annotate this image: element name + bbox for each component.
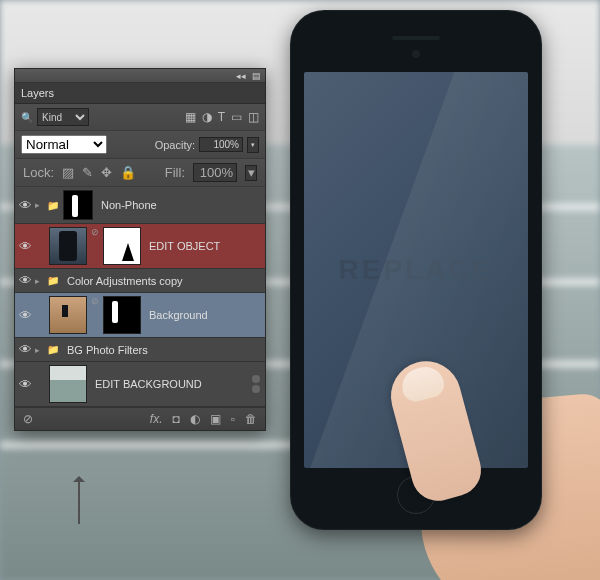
layer-non-phone[interactable]: 👁 ▸ 📁 Non-Phone [15,187,265,224]
new-layer-icon[interactable]: ▫ [231,412,235,426]
layer-edit-background[interactable]: 👁 ▸ EDIT BACKGROUND [15,362,265,407]
layer-edit-object[interactable]: 👁 ▸ ⊘ EDIT OBJECT [15,224,265,269]
layer-color-adjustments[interactable]: 👁 ▸ 📁 Color Adjustments copy [15,269,265,293]
annotation-arrow [78,480,80,524]
layer-name[interactable]: BG Photo Filters [61,344,265,356]
fill-value[interactable]: 100% [193,163,237,182]
layer-mask-thumb[interactable] [103,296,141,334]
opacity-dropdown-icon[interactable]: ▾ [247,137,259,153]
layer-name[interactable]: Color Adjustments copy [61,275,265,287]
visibility-toggle[interactable]: 👁 [15,239,35,254]
disclosure-icon[interactable]: ▸ [35,276,47,286]
opacity-value[interactable]: 100% [199,137,243,152]
lock-label: Lock: [23,165,54,180]
add-mask-icon[interactable]: ◘ [172,412,179,426]
blend-row: Normal Opacity: 100% ▾ [15,131,265,159]
filter-pixel-icon[interactable]: ▦ [185,110,196,124]
phone-screen: Replace [304,72,528,468]
lock-all-icon[interactable]: 🔒 [120,165,136,180]
layer-mask-thumb[interactable] [63,190,93,220]
opacity-label: Opacity: [155,139,195,151]
home-button [397,476,435,514]
panel-header: ◂◂ ▤ [15,69,265,83]
visibility-toggle[interactable]: 👁 [15,308,35,323]
visibility-toggle[interactable]: 👁 [15,377,35,392]
lock-brush-icon[interactable]: ✎ [82,165,93,180]
phone-mockup: Replace [280,10,560,560]
layer-thumb[interactable] [49,296,87,334]
layers-list: 👁 ▸ 📁 Non-Phone 👁 ▸ ⊘ EDIT OBJECT 👁 ▸ 📁 … [15,187,265,407]
lock-transparency-icon[interactable]: ▨ [62,165,74,180]
layer-thumb[interactable] [49,227,87,265]
filter-row: 🔍 Kind ▦ ◑ T ▭ ◫ [15,104,265,131]
delete-layer-icon[interactable]: 🗑 [245,412,257,426]
layer-name[interactable]: Non-Phone [95,199,265,211]
disclosure-icon[interactable]: ▸ [35,345,47,355]
blend-mode-select[interactable]: Normal [21,135,107,154]
folder-icon: 📁 [47,200,61,211]
tab-layers[interactable]: Layers [21,87,54,99]
phone-body: Replace [290,10,542,530]
filter-shape-icon[interactable]: ▭ [231,110,242,124]
fx-icon[interactable]: fx. [150,412,163,426]
collapse-icon[interactable]: ◂◂ [236,71,246,81]
lock-position-icon[interactable]: ✥ [101,165,112,180]
panel-footer: ⊘ fx. ◘ ◐ ▣ ▫ 🗑 [15,407,265,430]
layer-name[interactable]: Background [143,309,265,321]
filter-type-icons: ▦ ◑ T ▭ ◫ [185,110,259,124]
folder-icon: 📁 [47,275,61,286]
link-layers-icon[interactable]: ⊘ [23,412,33,426]
visibility-toggle[interactable]: 👁 [15,342,35,357]
visibility-toggle[interactable]: 👁 [15,198,35,213]
adjustment-layer-icon[interactable]: ◐ [190,412,200,426]
smart-filter-toggle[interactable] [252,375,262,393]
layer-name[interactable]: EDIT OBJECT [143,240,265,252]
layer-background-group[interactable]: 👁 ▸ ⊘ Background [15,293,265,338]
folder-icon: 📁 [47,344,61,355]
new-group-icon[interactable]: ▣ [210,412,221,426]
filter-type-icon[interactable]: T [218,110,225,124]
screen-placeholder-text: Replace [339,254,494,286]
fill-label: Fill: [165,165,185,180]
lock-row: Lock: ▨ ✎ ✥ 🔒 Fill: 100% ▾ [15,159,265,187]
layer-bg-filters[interactable]: 👁 ▸ 📁 BG Photo Filters [15,338,265,362]
layers-panel: ◂◂ ▤ Layers 🔍 Kind ▦ ◑ T ▭ ◫ Normal Opac… [14,68,266,431]
filter-adjust-icon[interactable]: ◑ [202,110,212,124]
panel-menu-icon[interactable]: ▤ [252,71,261,81]
visibility-toggle[interactable]: 👁 [15,273,35,288]
filter-kind-select[interactable]: Kind [37,108,89,126]
disclosure-icon[interactable]: ▸ [35,200,47,210]
panel-tab-bar: Layers [15,83,265,104]
mask-link-icon[interactable]: ⊘ [91,296,99,334]
fill-dropdown-icon[interactable]: ▾ [245,165,257,181]
filter-smart-icon[interactable]: ◫ [248,110,259,124]
mask-link-icon[interactable]: ⊘ [91,227,99,265]
layer-thumb[interactable] [49,365,87,403]
search-icon[interactable]: 🔍 [21,112,33,123]
layer-mask-thumb[interactable] [103,227,141,265]
layer-name[interactable]: EDIT BACKGROUND [89,378,252,390]
